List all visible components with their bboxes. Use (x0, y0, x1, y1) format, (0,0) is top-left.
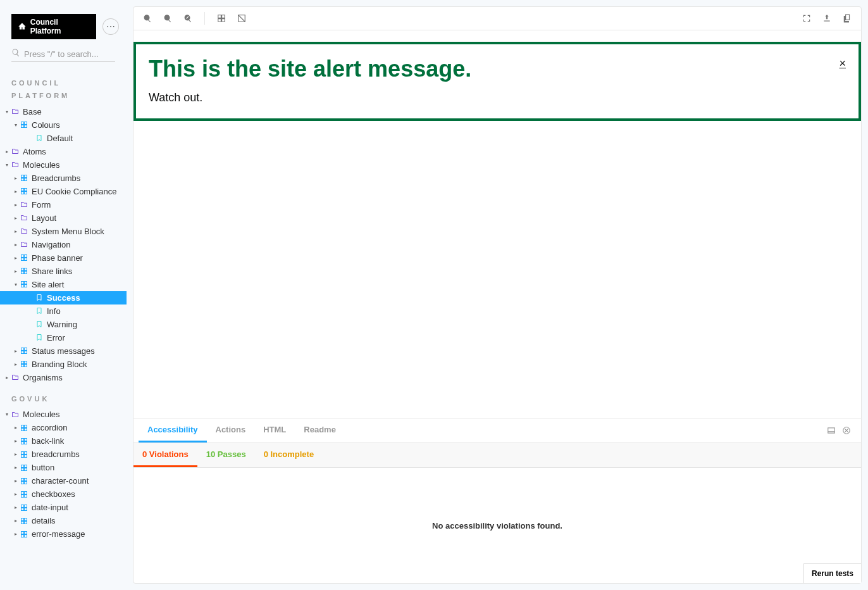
tree-item-phase-banner[interactable]: ▸Phase banner (0, 251, 127, 265)
grid-button[interactable] (213, 9, 230, 27)
expander-icon[interactable]: ▸ (13, 215, 19, 221)
tree-item-success[interactable]: Success (0, 291, 127, 304)
orientation-icon[interactable] (827, 426, 836, 435)
subtab-incomplete[interactable]: 0 Incomplete (255, 443, 323, 467)
expander-icon[interactable]: ▸ (13, 202, 19, 208)
tree-item-navigation[interactable]: ▸Navigation (0, 238, 127, 251)
expander-icon[interactable]: ▾ (4, 162, 10, 168)
tab-accessibility[interactable]: Accessibility (139, 418, 207, 442)
expander-icon[interactable]: ▸ (13, 268, 19, 274)
tree-item-back-link[interactable]: ▸back-link (0, 434, 127, 448)
expander-icon[interactable]: ▸ (13, 491, 19, 497)
close-panel-icon[interactable] (842, 426, 851, 435)
expander-icon[interactable]: ▾ (13, 122, 19, 128)
logo[interactable]: Council Platform (11, 14, 96, 39)
expander-icon[interactable]: ▸ (13, 189, 19, 194)
tree-item-accordion[interactable]: ▸accordion (0, 421, 127, 434)
tree-govuk: ▾Molecules▸accordion▸back-link▸breadcrum… (0, 408, 127, 541)
tree-item-info[interactable]: Info (0, 304, 127, 318)
svg-rect-16 (22, 268, 24, 271)
tab-readme[interactable]: Readme (295, 418, 345, 442)
tree-label: details (32, 516, 56, 525)
component-icon (20, 347, 28, 355)
expander-icon[interactable]: ▸ (13, 478, 19, 484)
svg-rect-23 (25, 285, 27, 287)
tree-item-date-input[interactable]: ▸date-input (0, 501, 127, 514)
site-alert: This is the site alert message. Watch ou… (133, 42, 861, 121)
search-icon (11, 48, 20, 57)
svg-rect-43 (25, 455, 27, 457)
tree-item-checkboxes[interactable]: ▸checkboxes (0, 487, 127, 501)
tree-item-eu-cookie-compliance[interactable]: ▸EU Cookie Compliance (0, 185, 127, 198)
tree-label: Info (47, 306, 61, 316)
tree-item-organisms[interactable]: ▸Organisms (0, 371, 127, 384)
tree-item-breadcrumbs[interactable]: ▸Breadcrumbs (0, 172, 127, 185)
tree-label: checkboxes (32, 489, 75, 499)
rerun-tests-button[interactable]: Rerun tests (803, 563, 861, 583)
zoom-out-button[interactable] (159, 9, 177, 27)
alert-close-button[interactable]: × (839, 57, 846, 70)
tree-item-breadcrumbs[interactable]: ▸breadcrumbs (0, 448, 127, 461)
tree-item-details[interactable]: ▸details (0, 514, 127, 527)
subtab-passes[interactable]: 10 Passes (197, 443, 255, 467)
copy-button[interactable] (838, 9, 856, 27)
tree-item-status-messages[interactable]: ▸Status messages (0, 344, 127, 358)
svg-rect-19 (25, 272, 27, 274)
tree-label: Branding Block (32, 360, 87, 369)
expander-icon[interactable]: ▸ (13, 242, 19, 248)
tree-item-default[interactable]: Default (0, 132, 127, 145)
expander-icon[interactable]: ▸ (4, 375, 10, 380)
subtab-violations[interactable]: 0 Violations (133, 443, 197, 467)
tree-item-share-links[interactable]: ▸Share links (0, 265, 127, 278)
expander-icon[interactable]: ▾ (4, 109, 10, 115)
tree-item-colours[interactable]: ▾Colours (0, 118, 127, 132)
menu-button[interactable]: ⋯ (102, 18, 119, 35)
tree-item-layout[interactable]: ▸Layout (0, 211, 127, 225)
svg-rect-68 (828, 428, 835, 433)
expander-icon[interactable]: ▸ (13, 229, 19, 234)
tree-item-button[interactable]: ▸button (0, 461, 127, 474)
tree-item-form[interactable]: ▸Form (0, 198, 127, 211)
tree-item-molecules[interactable]: ▾Molecules (0, 408, 127, 421)
expander-icon[interactable]: ▾ (4, 411, 10, 417)
fullscreen-button[interactable] (798, 9, 815, 27)
search-input[interactable] (11, 47, 115, 62)
svg-rect-39 (25, 441, 27, 444)
expander-icon[interactable]: ▸ (13, 531, 19, 537)
expander-icon[interactable]: ▸ (13, 425, 19, 430)
preview-canvas: This is the site alert message. Watch ou… (133, 30, 862, 418)
background-button[interactable] (233, 9, 251, 27)
addons-panel: Accessibility Actions HTML Readme 0 Viol… (133, 418, 862, 584)
tree-item-error-message[interactable]: ▸error-message (0, 527, 127, 541)
expander-icon[interactable]: ▸ (13, 505, 19, 510)
expander-icon[interactable]: ▸ (13, 361, 19, 367)
zoom-in-button[interactable] (139, 9, 156, 27)
svg-rect-61 (25, 518, 27, 520)
zoom-reset-button[interactable] (179, 9, 197, 27)
tree-item-character-count[interactable]: ▸character-count (0, 474, 127, 487)
expander-icon[interactable]: ▾ (13, 282, 19, 287)
tab-actions[interactable]: Actions (207, 418, 255, 442)
tree-item-site-alert[interactable]: ▾Site alert (0, 278, 127, 291)
expander-icon[interactable]: ▸ (13, 465, 19, 470)
tree-item-system-menu-block[interactable]: ▸System Menu Block (0, 225, 127, 238)
share-button[interactable] (818, 9, 836, 27)
tree-item-warning[interactable]: Warning (0, 318, 127, 331)
expander-icon[interactable]: ▸ (13, 438, 19, 444)
tree-item-error[interactable]: Error (0, 331, 127, 344)
svg-rect-2 (22, 125, 24, 128)
tree-item-atoms[interactable]: ▸Atoms (0, 145, 127, 158)
expander-icon[interactable]: ▸ (13, 348, 19, 354)
expander-icon[interactable]: ▸ (13, 175, 19, 181)
tree-item-branding-block[interactable]: ▸Branding Block (0, 358, 127, 371)
tree-label: Atoms (23, 147, 46, 156)
tree-label: Organisms (23, 373, 63, 382)
expander-icon[interactable]: ▸ (13, 518, 19, 524)
expander-icon[interactable]: ▸ (4, 149, 10, 154)
tree-item-base[interactable]: ▾Base (0, 105, 127, 118)
expander-icon[interactable]: ▸ (13, 255, 19, 261)
tree-item-molecules[interactable]: ▾Molecules (0, 158, 127, 172)
tab-html[interactable]: HTML (254, 418, 295, 442)
svg-rect-36 (22, 438, 24, 441)
expander-icon[interactable]: ▸ (13, 451, 19, 457)
